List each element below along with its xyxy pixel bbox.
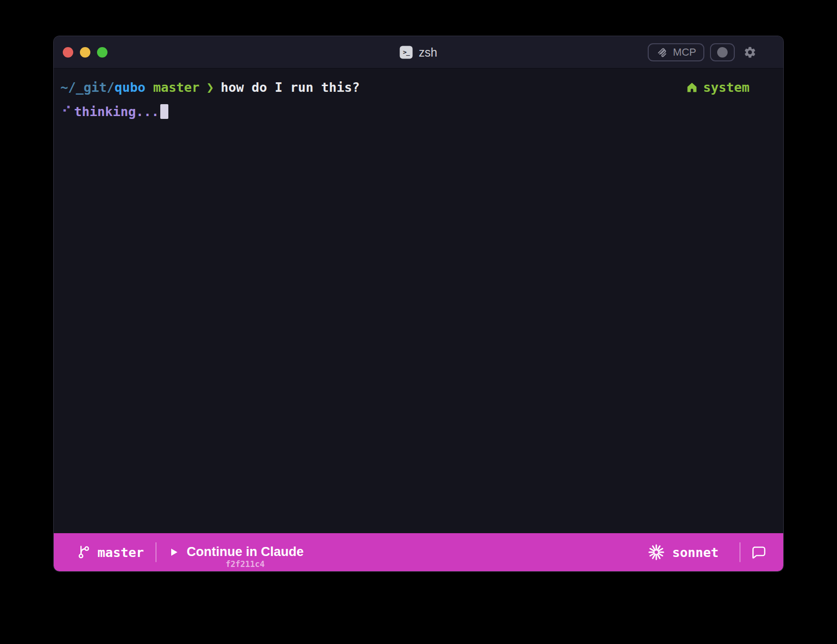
mcp-button[interactable]: MCP (648, 43, 704, 61)
close-button[interactable] (63, 47, 73, 58)
terminal-icon-glyph: >_ (403, 48, 409, 55)
terminal-content[interactable]: ~/_git/qubo master❯how do I run this? sy… (54, 69, 783, 533)
home-icon (686, 82, 698, 93)
minimize-button[interactable] (80, 47, 90, 58)
claude-starburst-icon (648, 544, 664, 560)
spinner-icon: ⠊ (62, 103, 71, 120)
footer-branch-label: master (97, 545, 144, 560)
context-label: system (703, 79, 749, 96)
window-title: zsh (419, 45, 438, 59)
prompt-path: ~/_git/ (60, 79, 115, 96)
chat-bubble-icon[interactable] (751, 545, 766, 559)
continue-block: Continue in Claude f2f211c4 (187, 544, 304, 568)
record-button[interactable] (710, 43, 735, 61)
footer-right: sonnet (648, 542, 783, 562)
prompt-branch: master (146, 79, 200, 96)
terminal-cursor (160, 104, 168, 119)
footer-left: master Continue in Claude f2f211c4 (54, 540, 304, 565)
titlebar-controls: MCP (648, 36, 783, 68)
prompt-arrow-icon: ❯ (200, 79, 221, 96)
terminal-icon: >_ (400, 46, 413, 59)
model-label[interactable]: sonnet (672, 545, 719, 560)
continue-label: Continue in Claude (187, 544, 304, 559)
terminal-window: >_ zsh MCP (53, 36, 784, 572)
gear-icon[interactable] (743, 46, 757, 59)
record-icon (717, 47, 728, 58)
context-indicator: system (686, 79, 749, 96)
traffic-lights (63, 36, 107, 68)
titlebar[interactable]: >_ zsh MCP (54, 36, 783, 68)
status-line: ⠊ thinking... (54, 103, 783, 120)
screen: >_ zsh MCP (0, 0, 837, 644)
mcp-label: MCP (673, 46, 696, 59)
footer-bar: master Continue in Claude f2f211c4 (54, 533, 783, 571)
commit-hash: f2f211c4 (226, 560, 265, 568)
continue-button[interactable]: Continue in Claude f2f211c4 (168, 540, 304, 565)
footer-divider (740, 542, 740, 562)
status-text: thinking... (74, 103, 159, 120)
prompt-line[interactable]: ~/_git/qubo master❯how do I run this? sy… (54, 79, 783, 96)
mcp-icon (656, 46, 669, 59)
play-icon (168, 546, 179, 558)
prompt-repo: qubo (115, 79, 146, 96)
footer-divider (156, 542, 156, 562)
zoom-button[interactable] (97, 47, 107, 58)
window-title-group: >_ zsh (400, 45, 438, 59)
command-text: how do I run this? (221, 79, 360, 96)
git-branch-icon (77, 545, 90, 560)
